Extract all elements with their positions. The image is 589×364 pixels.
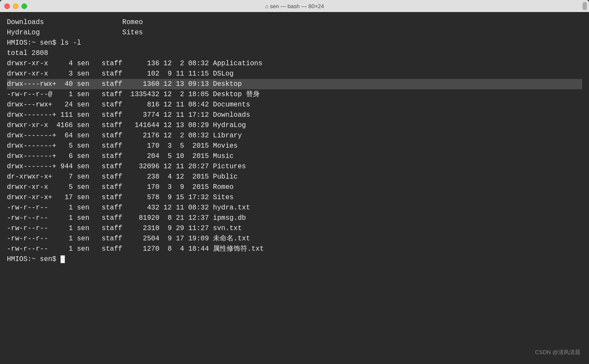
window-title: ⌂ sen — bash — 80×24 xyxy=(265,3,324,9)
term-line: drwxr-xr-x+ 17 sen staff 578 9 15 17:32 … xyxy=(7,192,582,203)
title-bar: ⌂ sen — bash — 80×24 xyxy=(0,0,589,12)
term-line: drwxr-xr-x 3 sen staff 102 9 11 11:15 DS… xyxy=(7,69,582,79)
term-line: HMIOS:~ sen$ xyxy=(7,254,582,264)
term-line: drwxr-xr-x 5 sen staff 170 3 9 2015 Rome… xyxy=(7,182,582,192)
term-line: drwx-------+ 6 sen staff 204 5 10 2015 M… xyxy=(7,151,582,161)
term-line: total 2808 xyxy=(7,48,582,58)
terminal-window: ⌂ sen — bash — 80×24 Downloads RomeoHydr… xyxy=(0,0,589,364)
term-line: drwxr-xr-x 4 sen staff 136 12 2 08:32 Ap… xyxy=(7,58,582,69)
terminal-body[interactable]: Downloads RomeoHydraLog SitesHMIOS:~ sen… xyxy=(0,12,589,364)
close-button[interactable] xyxy=(4,3,10,9)
minimize-button[interactable] xyxy=(13,3,18,9)
term-line: -rw-r--r--@ 1 sen staff 1335432 12 2 18:… xyxy=(7,89,582,100)
term-line: drwx---rwx+ 24 sen staff 816 12 11 08:42… xyxy=(7,100,582,110)
term-line: Downloads Romeo xyxy=(7,17,582,27)
term-line: drwxr-xr-x 4166 sen staff 141644 12 13 0… xyxy=(7,120,582,130)
term-line: -rw-r--r-- 1 sen staff 2504 9 17 19:09 未… xyxy=(7,234,582,244)
window-controls xyxy=(4,3,27,9)
scroll-indicator xyxy=(583,2,587,10)
term-line: HydraLog Sites xyxy=(7,27,582,38)
cursor-block xyxy=(61,255,65,263)
term-line: dr-xrwxr-x+ 7 sen staff 238 4 12 2015 Pu… xyxy=(7,172,582,182)
term-line: -rw-r--r-- 1 sen staff 2310 9 29 11:27 s… xyxy=(7,223,582,234)
term-line: HMIOS:~ sen$ ls -l xyxy=(7,38,582,48)
term-line: drwx-------+ 111 sen staff 3774 12 11 17… xyxy=(7,110,582,120)
term-line: drwx----rwx+ 40 sen staff 1360 12 13 09:… xyxy=(7,79,582,89)
term-line: drwx-------+ 5 sen staff 170 3 5 2015 Mo… xyxy=(7,141,582,151)
term-line: drwx-------+ 944 sen staff 32096 12 11 2… xyxy=(7,161,582,172)
term-line: -rw-r--r-- 1 sen staff 81920 8 21 12:37 … xyxy=(7,213,582,223)
watermark: CSDN @清风清晨 xyxy=(535,349,580,356)
term-line: -rw-r--r-- 1 sen staff 432 12 11 08:32 h… xyxy=(7,203,582,213)
maximize-button[interactable] xyxy=(21,3,27,9)
term-line: drwx-------+ 64 sen staff 2176 12 2 08:3… xyxy=(7,130,582,141)
term-line: -rw-r--r-- 1 sen staff 1270 8 4 18:44 属性… xyxy=(7,244,582,254)
